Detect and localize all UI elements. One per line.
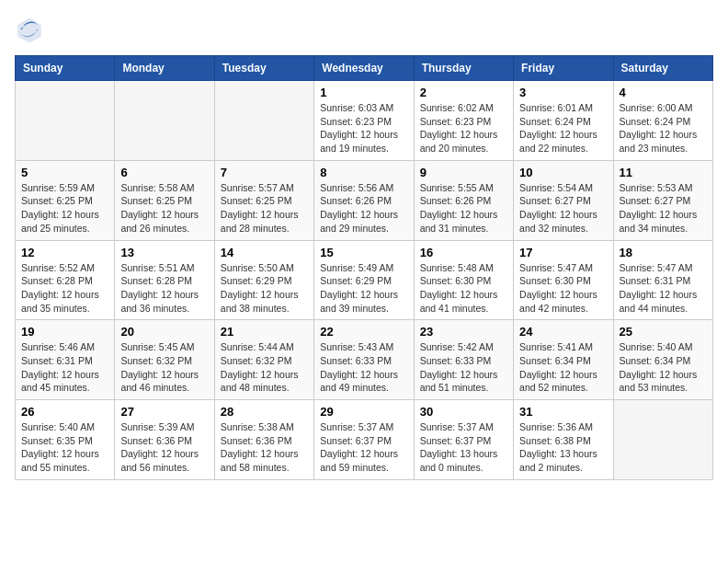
- day-info: Sunrise: 5:36 AM Sunset: 6:38 PM Dayligh…: [519, 420, 607, 475]
- day-number: 21: [221, 325, 308, 339]
- calendar-cell: 18Sunrise: 5:47 AM Sunset: 6:31 PM Dayli…: [613, 240, 712, 320]
- day-number: 14: [221, 246, 308, 259]
- day-number: 18: [620, 246, 707, 259]
- day-number: 1: [320, 86, 407, 99]
- day-info: Sunrise: 5:40 AM Sunset: 6:34 PM Dayligh…: [620, 340, 707, 395]
- day-number: 12: [21, 246, 108, 259]
- day-number: 4: [620, 86, 707, 99]
- day-number: 28: [221, 405, 308, 419]
- col-header-thursday: Thursday: [414, 56, 513, 81]
- day-info: Sunrise: 5:37 AM Sunset: 6:37 PM Dayligh…: [420, 420, 507, 475]
- calendar-cell: 13Sunrise: 5:51 AM Sunset: 6:28 PM Dayli…: [115, 240, 214, 320]
- calendar-cell: 2Sunrise: 6:02 AM Sunset: 6:23 PM Daylig…: [414, 81, 513, 161]
- calendar-cell: [214, 81, 313, 161]
- day-info: Sunrise: 5:42 AM Sunset: 6:33 PM Dayligh…: [420, 340, 507, 395]
- day-number: 22: [320, 325, 407, 339]
- calendar-cell: 11Sunrise: 5:53 AM Sunset: 6:27 PM Dayli…: [613, 160, 712, 240]
- calendar-cell: [613, 400, 712, 480]
- day-info: Sunrise: 6:00 AM Sunset: 6:24 PM Dayligh…: [620, 101, 707, 155]
- day-info: Sunrise: 5:47 AM Sunset: 6:30 PM Dayligh…: [519, 261, 607, 316]
- calendar-cell: 21Sunrise: 5:44 AM Sunset: 6:32 PM Dayli…: [214, 320, 313, 400]
- calendar-cell: 22Sunrise: 5:43 AM Sunset: 6:33 PM Dayli…: [314, 320, 414, 400]
- logo: [15, 15, 50, 44]
- col-header-sunday: Sunday: [16, 56, 115, 81]
- calendar-cell: 19Sunrise: 5:46 AM Sunset: 6:31 PM Dayli…: [16, 320, 115, 400]
- day-number: 9: [420, 166, 507, 179]
- col-header-monday: Monday: [115, 56, 214, 81]
- day-number: 31: [519, 405, 607, 419]
- day-info: Sunrise: 5:37 AM Sunset: 6:37 PM Dayligh…: [320, 420, 407, 475]
- day-number: 30: [420, 405, 507, 419]
- calendar-cell: 6Sunrise: 5:58 AM Sunset: 6:25 PM Daylig…: [115, 160, 214, 240]
- svg-marker-0: [17, 17, 41, 42]
- day-info: Sunrise: 5:44 AM Sunset: 6:32 PM Dayligh…: [221, 340, 308, 395]
- calendar-table: SundayMondayTuesdayWednesdayThursdayFrid…: [15, 55, 713, 480]
- calendar-cell: 5Sunrise: 5:59 AM Sunset: 6:25 PM Daylig…: [16, 160, 115, 240]
- calendar-cell: 10Sunrise: 5:54 AM Sunset: 6:27 PM Dayli…: [514, 160, 613, 240]
- day-info: Sunrise: 5:50 AM Sunset: 6:29 PM Dayligh…: [221, 261, 308, 316]
- day-info: Sunrise: 5:52 AM Sunset: 6:28 PM Dayligh…: [21, 261, 108, 316]
- week-row-2: 5Sunrise: 5:59 AM Sunset: 6:25 PM Daylig…: [16, 160, 713, 240]
- calendar-cell: 30Sunrise: 5:37 AM Sunset: 6:37 PM Dayli…: [414, 400, 513, 480]
- calendar-cell: 14Sunrise: 5:50 AM Sunset: 6:29 PM Dayli…: [214, 240, 313, 320]
- day-number: 3: [519, 86, 607, 99]
- calendar-cell: 3Sunrise: 6:01 AM Sunset: 6:24 PM Daylig…: [514, 81, 613, 161]
- day-number: 17: [519, 246, 607, 259]
- day-number: 25: [620, 325, 707, 339]
- day-number: 8: [320, 166, 407, 179]
- calendar-cell: 29Sunrise: 5:37 AM Sunset: 6:37 PM Dayli…: [314, 400, 414, 480]
- day-info: Sunrise: 5:56 AM Sunset: 6:26 PM Dayligh…: [320, 181, 407, 236]
- calendar-cell: 12Sunrise: 5:52 AM Sunset: 6:28 PM Dayli…: [16, 240, 115, 320]
- day-info: Sunrise: 5:51 AM Sunset: 6:28 PM Dayligh…: [120, 261, 208, 316]
- day-number: 5: [21, 166, 108, 179]
- calendar-cell: 31Sunrise: 5:36 AM Sunset: 6:38 PM Dayli…: [514, 400, 613, 480]
- calendar-cell: 20Sunrise: 5:45 AM Sunset: 6:32 PM Dayli…: [115, 320, 214, 400]
- day-info: Sunrise: 5:45 AM Sunset: 6:32 PM Dayligh…: [120, 340, 208, 395]
- day-info: Sunrise: 5:48 AM Sunset: 6:30 PM Dayligh…: [420, 261, 507, 316]
- col-header-wednesday: Wednesday: [314, 56, 414, 81]
- day-info: Sunrise: 5:40 AM Sunset: 6:35 PM Dayligh…: [21, 420, 108, 475]
- day-number: 13: [120, 246, 208, 259]
- day-info: Sunrise: 5:49 AM Sunset: 6:29 PM Dayligh…: [320, 261, 407, 316]
- day-info: Sunrise: 6:02 AM Sunset: 6:23 PM Dayligh…: [420, 101, 507, 155]
- col-header-saturday: Saturday: [613, 56, 712, 81]
- week-row-1: 1Sunrise: 6:03 AM Sunset: 6:23 PM Daylig…: [16, 81, 713, 161]
- calendar-cell: [16, 81, 115, 161]
- calendar-cell: 15Sunrise: 5:49 AM Sunset: 6:29 PM Dayli…: [314, 240, 414, 320]
- day-info: Sunrise: 5:53 AM Sunset: 6:27 PM Dayligh…: [620, 181, 707, 236]
- calendar-cell: 27Sunrise: 5:39 AM Sunset: 6:36 PM Dayli…: [115, 400, 214, 480]
- day-number: 2: [420, 86, 507, 99]
- day-info: Sunrise: 5:47 AM Sunset: 6:31 PM Dayligh…: [620, 261, 707, 316]
- week-row-3: 12Sunrise: 5:52 AM Sunset: 6:28 PM Dayli…: [16, 240, 713, 320]
- calendar-cell: 8Sunrise: 5:56 AM Sunset: 6:26 PM Daylig…: [314, 160, 414, 240]
- day-number: 26: [21, 405, 108, 419]
- col-header-tuesday: Tuesday: [214, 56, 313, 81]
- day-info: Sunrise: 5:46 AM Sunset: 6:31 PM Dayligh…: [21, 340, 108, 395]
- day-info: Sunrise: 6:01 AM Sunset: 6:24 PM Dayligh…: [519, 101, 607, 155]
- calendar-cell: 26Sunrise: 5:40 AM Sunset: 6:35 PM Dayli…: [16, 400, 115, 480]
- day-info: Sunrise: 5:38 AM Sunset: 6:36 PM Dayligh…: [221, 420, 308, 475]
- day-info: Sunrise: 5:39 AM Sunset: 6:36 PM Dayligh…: [120, 420, 208, 475]
- calendar-cell: 16Sunrise: 5:48 AM Sunset: 6:30 PM Dayli…: [414, 240, 513, 320]
- day-number: 19: [21, 325, 108, 339]
- day-number: 24: [519, 325, 607, 339]
- day-info: Sunrise: 5:58 AM Sunset: 6:25 PM Dayligh…: [120, 181, 208, 236]
- week-row-5: 26Sunrise: 5:40 AM Sunset: 6:35 PM Dayli…: [16, 400, 713, 480]
- day-number: 11: [620, 166, 707, 179]
- calendar-cell: 23Sunrise: 5:42 AM Sunset: 6:33 PM Dayli…: [414, 320, 513, 400]
- calendar-cell: 1Sunrise: 6:03 AM Sunset: 6:23 PM Daylig…: [314, 81, 414, 161]
- day-number: 16: [420, 246, 507, 259]
- week-row-4: 19Sunrise: 5:46 AM Sunset: 6:31 PM Dayli…: [16, 320, 713, 400]
- calendar-cell: 24Sunrise: 5:41 AM Sunset: 6:34 PM Dayli…: [514, 320, 613, 400]
- col-header-friday: Friday: [514, 56, 613, 81]
- calendar-cell: 9Sunrise: 5:55 AM Sunset: 6:26 PM Daylig…: [414, 160, 513, 240]
- logo-icon: [15, 15, 44, 44]
- calendar-cell: [115, 81, 214, 161]
- day-info: Sunrise: 5:57 AM Sunset: 6:25 PM Dayligh…: [221, 181, 308, 236]
- day-number: 23: [420, 325, 507, 339]
- day-number: 20: [120, 325, 208, 339]
- day-info: Sunrise: 5:41 AM Sunset: 6:34 PM Dayligh…: [519, 340, 607, 395]
- day-info: Sunrise: 6:03 AM Sunset: 6:23 PM Dayligh…: [320, 101, 407, 155]
- calendar-cell: 25Sunrise: 5:40 AM Sunset: 6:34 PM Dayli…: [613, 320, 712, 400]
- day-number: 6: [120, 166, 208, 179]
